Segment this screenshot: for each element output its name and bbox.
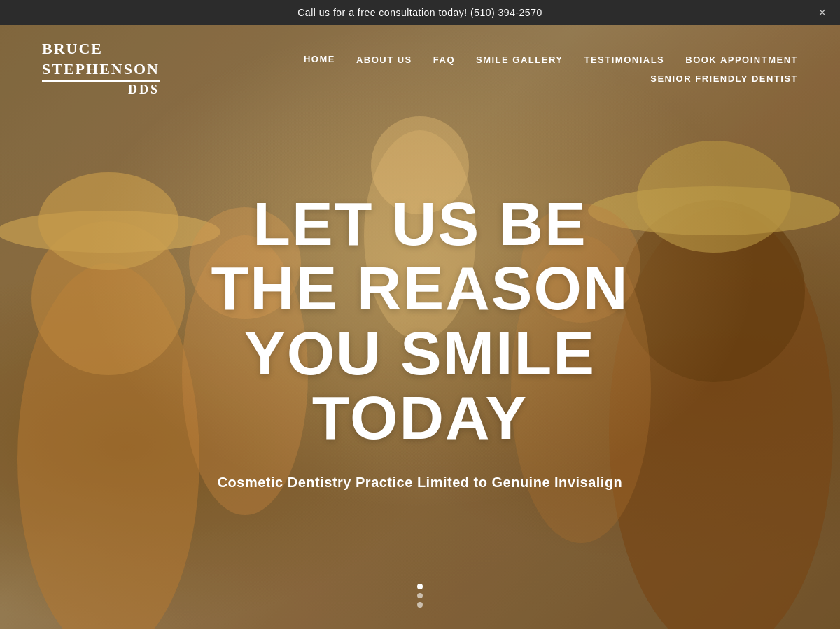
scroll-dot-1: [417, 584, 423, 589]
announcement-close-button[interactable]: ×: [818, 6, 826, 19]
hero-title-line4: TODAY: [312, 383, 528, 452]
main-navigation: HOME ABOUT US FAQ SMILE GALLERY TESTIMON…: [304, 54, 798, 84]
hero-title-line3: YOU SMILE: [244, 318, 596, 387]
nav-about-us[interactable]: ABOUT US: [356, 55, 412, 65]
logo-line1: BRUCE: [42, 40, 103, 57]
nav-book-appointment[interactable]: BOOK APPOINTMENT: [685, 55, 798, 65]
hero-title-line2: THE REASON: [211, 253, 629, 323]
hero-title: LET US BE THE REASON YOU SMILE TODAY: [84, 192, 756, 451]
logo-line2: STEPHENSON: [42, 59, 160, 83]
header: BRUCE STEPHENSON DDS HOME ABOUT US FAQ S…: [0, 25, 840, 113]
hero-subtitle: Cosmetic Dentistry Practice Limited to G…: [210, 471, 630, 492]
nav-home[interactable]: HOME: [304, 54, 335, 66]
scroll-indicator: [417, 584, 423, 608]
hero-title-line1: LET US BE: [253, 189, 587, 258]
nav-row-1: HOME ABOUT US FAQ SMILE GALLERY TESTIMON…: [304, 54, 798, 66]
hero-section: BRUCE STEPHENSON DDS HOME ABOUT US FAQ S…: [0, 25, 840, 629]
nav-senior-friendly[interactable]: SENIOR FRIENDLY DENTIST: [650, 74, 798, 84]
nav-smile-gallery[interactable]: SMILE GALLERY: [476, 55, 563, 65]
logo-line3: DDS: [42, 82, 160, 98]
hero-content: LET US BE THE REASON YOU SMILE TODAY Cos…: [84, 192, 756, 493]
scroll-dot-2: [417, 593, 423, 598]
logo: BRUCE STEPHENSON DDS: [42, 39, 160, 99]
announcement-text: Call us for a free consultation today! (…: [298, 7, 542, 18]
nav-testimonials[interactable]: TESTIMONIALS: [584, 55, 664, 65]
scroll-dot-3: [417, 602, 423, 608]
nav-row-2: SENIOR FRIENDLY DENTIST: [650, 74, 798, 84]
nav-faq[interactable]: FAQ: [433, 55, 455, 65]
announcement-bar: Call us for a free consultation today! (…: [0, 0, 840, 25]
